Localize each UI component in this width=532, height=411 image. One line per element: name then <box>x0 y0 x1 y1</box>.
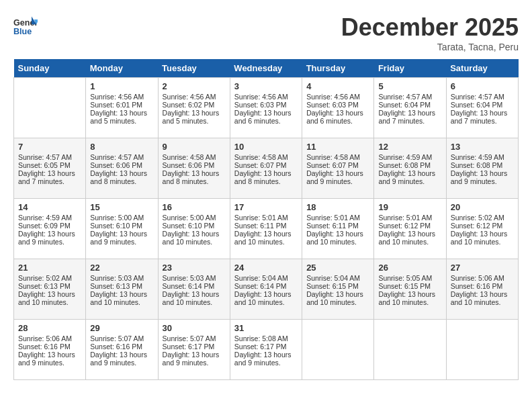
calendar-week-3: 14Sunrise: 4:59 AMSunset: 6:09 PMDayligh… <box>14 199 519 259</box>
weekday-wednesday: Wednesday <box>230 59 302 78</box>
sunset-info: Sunset: 6:03 PM <box>234 101 298 109</box>
daylight-info: Daylight: 13 hours and 8 minutes. <box>234 169 298 185</box>
month-title: December 2025 <box>341 13 519 42</box>
daylight-info: Daylight: 13 hours and 9 minutes. <box>90 351 153 367</box>
weekday-monday: Monday <box>86 59 158 78</box>
sunrise-info: Sunrise: 4:59 AM <box>451 153 514 161</box>
calendar-cell <box>14 78 86 138</box>
sunset-info: Sunset: 6:13 PM <box>90 282 153 290</box>
sunset-info: Sunset: 6:08 PM <box>451 161 514 169</box>
day-number: 19 <box>378 202 441 212</box>
day-number: 28 <box>18 323 81 333</box>
calendar-cell: 4Sunrise: 4:56 AMSunset: 6:03 PMDaylight… <box>302 78 374 138</box>
weekday-sunday: Sunday <box>14 59 86 78</box>
sunset-info: Sunset: 6:02 PM <box>163 101 226 109</box>
sunrise-info: Sunrise: 5:07 AM <box>90 334 153 342</box>
calendar-cell: 1Sunrise: 4:56 AMSunset: 6:01 PMDaylight… <box>86 78 158 138</box>
sunset-info: Sunset: 6:10 PM <box>163 222 226 230</box>
day-number: 22 <box>90 263 153 273</box>
calendar-cell: 14Sunrise: 4:59 AMSunset: 6:09 PMDayligh… <box>14 199 86 259</box>
daylight-info: Daylight: 13 hours and 9 minutes. <box>306 169 369 185</box>
daylight-info: Daylight: 13 hours and 7 minutes. <box>18 169 81 185</box>
sunset-info: Sunset: 6:10 PM <box>90 222 153 230</box>
day-number: 11 <box>306 142 369 152</box>
sunset-info: Sunset: 6:06 PM <box>163 161 226 169</box>
weekday-tuesday: Tuesday <box>158 59 230 78</box>
daylight-info: Daylight: 13 hours and 8 minutes. <box>90 169 153 185</box>
sunrise-info: Sunrise: 4:58 AM <box>234 153 298 161</box>
daylight-info: Daylight: 13 hours and 10 minutes. <box>306 290 369 306</box>
sunset-info: Sunset: 6:17 PM <box>234 342 298 351</box>
sunrise-info: Sunrise: 4:57 AM <box>90 153 153 161</box>
daylight-info: Daylight: 13 hours and 9 minutes. <box>378 169 441 185</box>
day-number: 6 <box>451 81 514 91</box>
sunset-info: Sunset: 6:12 PM <box>378 222 441 230</box>
day-number: 16 <box>163 202 226 212</box>
day-number: 23 <box>163 263 226 273</box>
calendar-cell: 25Sunrise: 5:04 AMSunset: 6:15 PMDayligh… <box>302 259 374 320</box>
sunrise-info: Sunrise: 5:07 AM <box>163 334 226 342</box>
daylight-info: Daylight: 13 hours and 10 minutes. <box>18 290 81 306</box>
day-number: 30 <box>163 323 226 333</box>
sunrise-info: Sunrise: 5:02 AM <box>18 274 81 282</box>
sunrise-info: Sunrise: 5:02 AM <box>451 214 514 222</box>
daylight-info: Daylight: 13 hours and 10 minutes. <box>451 230 514 246</box>
daylight-info: Daylight: 13 hours and 10 minutes. <box>451 290 514 306</box>
sunrise-info: Sunrise: 4:56 AM <box>163 93 226 101</box>
day-number: 5 <box>378 81 441 91</box>
calendar-cell: 17Sunrise: 5:01 AMSunset: 6:11 PMDayligh… <box>230 199 302 259</box>
sunset-info: Sunset: 6:05 PM <box>18 161 81 169</box>
calendar-cell: 29Sunrise: 5:07 AMSunset: 6:16 PMDayligh… <box>86 320 158 380</box>
sunset-info: Sunset: 6:04 PM <box>451 101 514 109</box>
logo: General Blue <box>13 13 40 38</box>
sunrise-info: Sunrise: 5:01 AM <box>306 214 369 222</box>
sunset-info: Sunset: 6:01 PM <box>90 101 153 109</box>
sunset-info: Sunset: 6:14 PM <box>234 282 298 290</box>
calendar-cell: 5Sunrise: 4:57 AMSunset: 6:04 PMDaylight… <box>374 78 446 138</box>
sunrise-info: Sunrise: 4:56 AM <box>90 93 153 101</box>
day-number: 1 <box>90 81 153 91</box>
sunrise-info: Sunrise: 5:00 AM <box>163 214 226 222</box>
calendar-cell: 8Sunrise: 4:57 AMSunset: 6:06 PMDaylight… <box>86 138 158 199</box>
day-number: 24 <box>234 263 298 273</box>
daylight-info: Daylight: 13 hours and 9 minutes. <box>234 351 298 367</box>
sunset-info: Sunset: 6:15 PM <box>378 282 441 290</box>
day-number: 27 <box>451 263 514 273</box>
calendar-cell: 10Sunrise: 4:58 AMSunset: 6:07 PMDayligh… <box>230 138 302 199</box>
day-number: 29 <box>90 323 153 333</box>
calendar-cell: 22Sunrise: 5:03 AMSunset: 6:13 PMDayligh… <box>86 259 158 320</box>
daylight-info: Daylight: 13 hours and 10 minutes. <box>378 290 441 306</box>
logo-icon: General Blue <box>13 13 38 38</box>
day-number: 20 <box>451 202 514 212</box>
calendar-cell: 9Sunrise: 4:58 AMSunset: 6:06 PMDaylight… <box>158 138 230 199</box>
calendar-week-4: 21Sunrise: 5:02 AMSunset: 6:13 PMDayligh… <box>14 259 519 320</box>
day-number: 7 <box>18 142 81 152</box>
day-number: 25 <box>306 263 369 273</box>
calendar-cell: 18Sunrise: 5:01 AMSunset: 6:11 PMDayligh… <box>302 199 374 259</box>
calendar-cell: 15Sunrise: 5:00 AMSunset: 6:10 PMDayligh… <box>86 199 158 259</box>
daylight-info: Daylight: 13 hours and 10 minutes. <box>378 230 441 246</box>
weekday-header-row: SundayMondayTuesdayWednesdayThursdayFrid… <box>14 59 519 78</box>
page-header: General Blue December 2025 Tarata, Tacna… <box>13 13 519 52</box>
sunset-info: Sunset: 6:15 PM <box>306 282 369 290</box>
calendar-week-2: 7Sunrise: 4:57 AMSunset: 6:05 PMDaylight… <box>14 138 519 199</box>
calendar-cell <box>446 320 518 380</box>
sunset-info: Sunset: 6:12 PM <box>451 222 514 230</box>
day-number: 21 <box>18 263 81 273</box>
sunrise-info: Sunrise: 5:06 AM <box>451 274 514 282</box>
daylight-info: Daylight: 13 hours and 10 minutes. <box>306 230 369 246</box>
sunrise-info: Sunrise: 5:01 AM <box>378 214 441 222</box>
daylight-info: Daylight: 13 hours and 10 minutes. <box>234 290 298 306</box>
weekday-thursday: Thursday <box>302 59 374 78</box>
daylight-info: Daylight: 13 hours and 5 minutes. <box>163 109 226 125</box>
location: Tarata, Tacna, Peru <box>341 42 519 52</box>
sunrise-info: Sunrise: 5:08 AM <box>234 334 298 342</box>
day-number: 15 <box>90 202 153 212</box>
weekday-friday: Friday <box>374 59 446 78</box>
daylight-info: Daylight: 13 hours and 8 minutes. <box>163 169 226 185</box>
title-block: December 2025 Tarata, Tacna, Peru <box>341 13 519 52</box>
calendar-cell: 26Sunrise: 5:05 AMSunset: 6:15 PMDayligh… <box>374 259 446 320</box>
daylight-info: Daylight: 13 hours and 7 minutes. <box>451 109 514 125</box>
sunrise-info: Sunrise: 5:01 AM <box>234 214 298 222</box>
calendar-week-5: 28Sunrise: 5:06 AMSunset: 6:16 PMDayligh… <box>14 320 519 380</box>
